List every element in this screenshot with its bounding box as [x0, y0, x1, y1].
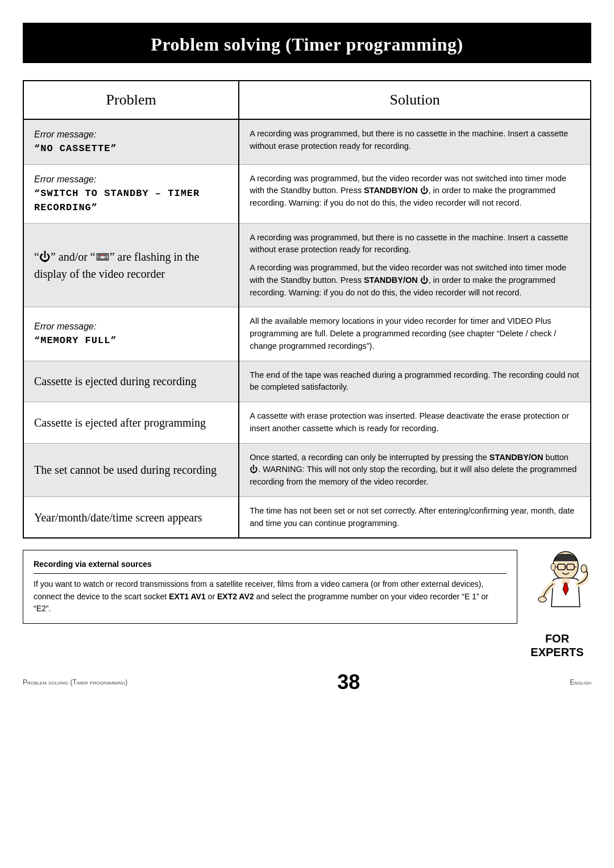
solution-text: The time has not been set or not set cor…	[250, 505, 580, 530]
expert-figure: FOREXPERTS	[517, 550, 591, 659]
problem-cell-set-cannot-be-used: The set cannot be used during recording	[23, 443, 239, 496]
solution-text: The end of the tape was reached during a…	[250, 369, 580, 394]
table-row: Cassette is ejected during recordingThe …	[23, 361, 591, 402]
table-row: “⏻” and/or “📼” are flashing in the displ…	[23, 223, 591, 307]
solution-text: All the available memory locations in yo…	[250, 315, 580, 352]
problem-cell-switch-to-standby: Error message:“Switch to Standby – Timer…	[23, 164, 239, 223]
problem-code: “Memory Full”	[34, 333, 228, 348]
footer-page-number: 38	[337, 670, 360, 694]
problem-code: “No Cassette”	[34, 141, 228, 156]
problem-code: “Switch to Standby – Timer Recording”	[34, 186, 228, 215]
main-content-table: Problem Solution Error message:“No Casse…	[23, 80, 591, 539]
bottom-section: Recording via external sources If you wa…	[23, 550, 591, 659]
svg-point-6	[551, 564, 555, 570]
solution-cell-switch-to-standby: A recording was programmed, but the vide…	[239, 164, 591, 223]
table-row: Error message:“Switch to Standby – Timer…	[23, 164, 591, 223]
solution-cell-cassette-ejected-programming: A cassette with erase protection was ins…	[239, 402, 591, 444]
solution-cell-no-cassette: A recording was programmed, but there is…	[239, 119, 591, 164]
table-row: Error message:“Memory Full”All the avail…	[23, 307, 591, 361]
problem-cell-cassette-ejected-programming: Cassette is ejected after programming	[23, 402, 239, 444]
footer-right: English	[570, 678, 591, 686]
problem-col-header: Problem	[23, 81, 239, 119]
problem-cell-flashing-icons: “⏻” and/or “📼” are flashing in the displ…	[23, 223, 239, 307]
problem-main: The set cannot be used during recording	[34, 461, 228, 478]
problem-main: “⏻” and/or “📼” are flashing in the displ…	[34, 248, 228, 282]
svg-point-8	[581, 565, 587, 573]
solution-cell-year-month: The time has not been set or not set cor…	[239, 496, 591, 538]
problem-cell-no-cassette: Error message:“No Cassette”	[23, 119, 239, 164]
problem-main: Cassette is ejected after programming	[34, 414, 228, 431]
solution-cell-cassette-ejected-recording: The end of the tape was reached during a…	[239, 361, 591, 402]
tip-box-title: Recording via external sources	[34, 558, 507, 574]
table-row: Error message:“No Cassette”A recording w…	[23, 119, 591, 164]
solution-cell-flashing-icons: A recording was programmed, but there is…	[239, 223, 591, 307]
expert-label: FOREXPERTS	[530, 632, 583, 659]
problem-label: Error message:	[34, 128, 228, 141]
tip-box-body: If you want to watch or record transmiss…	[34, 578, 507, 615]
svg-point-9	[538, 596, 546, 602]
solution-col-header: Solution	[239, 81, 591, 119]
problem-cell-cassette-ejected-recording: Cassette is ejected during recording	[23, 361, 239, 402]
solution-cell-set-cannot-be-used: Once started, a recording can only be in…	[239, 443, 591, 496]
problem-main: Cassette is ejected during recording	[34, 373, 228, 390]
expert-illustration	[526, 550, 588, 629]
problem-main: Year/month/date/time screen appears	[34, 509, 228, 526]
solution-text: A cassette with erase protection was ins…	[250, 410, 580, 435]
problem-cell-year-month: Year/month/date/time screen appears	[23, 496, 239, 538]
table-row: Year/month/date/time screen appearsThe t…	[23, 496, 591, 538]
solution-text: A recording was programmed, but the vide…	[250, 173, 580, 210]
footer-left: Problem solving (Timer programming)	[23, 678, 127, 686]
problem-cell-memory-full: Error message:“Memory Full”	[23, 307, 239, 361]
table-row: The set cannot be used during recordingO…	[23, 443, 591, 496]
solution-cell-memory-full: All the available memory locations in yo…	[239, 307, 591, 361]
solution-text: A recording was programmed, but there is…	[250, 232, 580, 257]
tip-box: Recording via external sources If you wa…	[23, 550, 517, 624]
solution-text: Once started, a recording can only be in…	[250, 452, 580, 489]
problem-label: Error message:	[34, 173, 228, 186]
table-row: Cassette is ejected after programmingA c…	[23, 402, 591, 444]
page-title-bar: Problem solving (Timer programming)	[23, 26, 591, 63]
problem-label: Error message:	[34, 320, 228, 333]
footer: Problem solving (Timer programming) 38 E…	[23, 670, 591, 694]
solution-text: A recording was programmed, but there is…	[250, 128, 580, 153]
page-title: Problem solving (Timer programming)	[40, 34, 574, 55]
solution-text: A recording was programmed, but the vide…	[250, 262, 580, 299]
